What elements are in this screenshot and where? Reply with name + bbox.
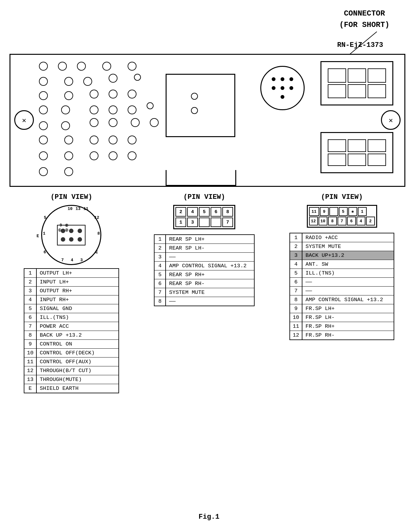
right-rect-diagram: 11 9 5 ✱ 1 12 10 8 7 6 4 2 <box>307 205 377 228</box>
vent-hole <box>64 77 73 86</box>
vent-hole <box>64 151 73 160</box>
left-circ-diagram: 10 13 11 12 8 E 3 4 7 6 1 5 E 9 ② ① ② <box>41 205 101 265</box>
connector-label: CONNECTOR (FOR SHORT) <box>339 8 390 31</box>
screw-right: ✕ <box>381 110 401 130</box>
vent-hole <box>61 105 70 114</box>
left-pin-view: (PIN VIEW) 10 13 11 12 8 E 3 4 7 6 1 <box>24 193 119 393</box>
din-connector <box>260 66 305 110</box>
right-pin-view: (PIN VIEW) 11 9 5 ✱ 1 12 10 8 7 6 4 2 <box>289 193 394 340</box>
vent-hole <box>191 107 198 114</box>
vent-hole <box>109 105 117 114</box>
top-right-connector <box>320 61 393 105</box>
right-pin-table: 1RADIO +ACC 2SYSTEM MUTE 3BACK UP+13.2 4… <box>289 233 394 340</box>
bottom-right-connector <box>320 132 393 173</box>
vent-hole <box>61 121 70 130</box>
vent-hole <box>134 74 141 81</box>
vent-hole <box>39 62 48 71</box>
middle-pin-table: 1REAR SP LH+ 2REAR SP LH- 3—— 4AMP CONTR… <box>154 234 255 306</box>
vent-hole <box>109 136 117 144</box>
vent-hole <box>64 136 73 144</box>
vent-hole <box>39 167 48 176</box>
vent-hole <box>90 136 98 144</box>
conduit-right <box>235 170 236 186</box>
vent-hole <box>128 151 136 160</box>
vent-hole <box>128 62 136 71</box>
vent-hole <box>83 77 92 86</box>
screw-left: ✕ <box>14 110 34 130</box>
middle-pin-view-title: (PIN VIEW) <box>183 193 225 201</box>
left-pin-view-title: (PIN VIEW) <box>50 193 92 201</box>
vent-hole <box>90 151 98 160</box>
vent-hole <box>109 118 117 127</box>
vent-hole <box>39 151 48 160</box>
conduit-left <box>166 170 167 186</box>
right-pin-view-title: (PIN VIEW) <box>321 193 363 201</box>
vent-hole <box>90 118 98 127</box>
vent-hole <box>39 136 48 144</box>
highlighted-row: 3BACK UP+13.2 <box>290 251 394 260</box>
vent-hole <box>128 90 136 98</box>
vent-hole <box>128 136 136 144</box>
middle-rect-diagram: 2 4 5 6 8 1 3 7 <box>173 205 235 229</box>
vent-hole <box>39 121 48 130</box>
vent-hole <box>39 91 48 100</box>
vent-hole <box>102 62 111 71</box>
middle-pin-view: (PIN VIEW) 2 4 5 6 8 1 3 7 1REAR SP LH+ … <box>154 193 255 306</box>
vent-hole <box>191 93 198 100</box>
device-diagram: ✕ ✕ <box>10 54 405 187</box>
vent-hole <box>109 74 117 83</box>
vent-hole <box>64 167 73 176</box>
vent-hole <box>39 77 48 86</box>
vent-hole <box>39 105 48 114</box>
left-pin-table: 1OUTPUT LH+ 2INPUT LH+ 3OUTPUT RH+ 4INPU… <box>24 268 119 393</box>
vent-hole <box>109 151 117 160</box>
vent-hole <box>109 90 117 98</box>
vent-hole <box>150 118 159 127</box>
middle-slot <box>166 74 235 137</box>
vent-hole <box>64 91 73 100</box>
vent-hole <box>58 62 67 71</box>
figure-label: Fig.1 <box>199 513 219 521</box>
vent-hole <box>90 90 98 98</box>
vent-hole <box>77 62 86 71</box>
vent-hole <box>147 102 154 109</box>
vent-hole <box>128 105 136 114</box>
vent-hole <box>90 105 98 114</box>
pin-view-section: (PIN VIEW) 10 13 11 12 8 E 3 4 7 6 1 <box>6 193 412 393</box>
vent-hole <box>131 118 140 127</box>
